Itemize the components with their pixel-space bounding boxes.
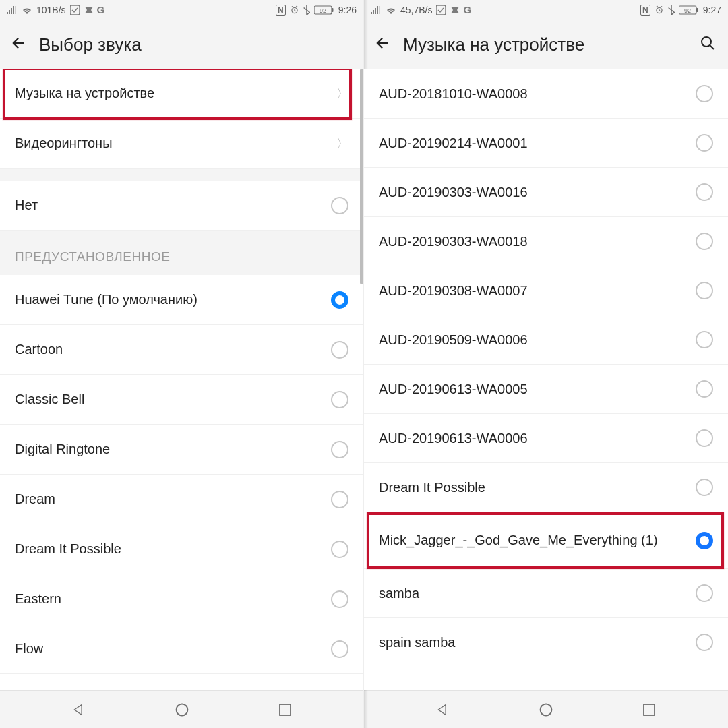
- app-icon-1: [436, 5, 446, 15]
- app-icon-2: [84, 5, 93, 15]
- track-row[interactable]: AUD-20190308-WA0007: [364, 266, 728, 315]
- track-row[interactable]: AUD-20181010-WA0008: [364, 69, 728, 119]
- scrollbar-thumb[interactable]: [360, 69, 363, 284]
- row-label: AUD-20190303-WA0016: [379, 184, 696, 201]
- system-nav-bar: [0, 690, 363, 728]
- row-label: Mick_Jagger_-_God_Gave_Me_Everything (1): [379, 532, 696, 549]
- radio-indicator[interactable]: [331, 291, 348, 309]
- page-title: Музыка на устройстве: [403, 34, 685, 55]
- preset-section-header: ПРЕДУСТАНОВЛЕННОЕ: [0, 231, 363, 275]
- bluetooth-icon: [668, 5, 675, 15]
- row-label: Dream It Possible: [379, 479, 696, 496]
- radio-indicator[interactable]: [331, 341, 348, 359]
- bluetooth-icon: [303, 5, 310, 15]
- radio-indicator[interactable]: [696, 233, 713, 250]
- signal-icon: [7, 6, 18, 14]
- svg-rect-0: [70, 5, 80, 15]
- track-row[interactable]: AUD-20190303-WA0018: [364, 217, 728, 266]
- back-button[interactable]: [373, 34, 391, 55]
- device-music-list: AUD-20181010-WA0008AUD-20190214-WA0001AU…: [364, 69, 728, 690]
- svg-rect-3: [332, 8, 334, 12]
- radio-indicator[interactable]: [696, 331, 713, 348]
- music-on-device-row[interactable]: Музыка на устройстве〉: [0, 69, 363, 119]
- radio-indicator[interactable]: [696, 134, 713, 152]
- radio-indicator[interactable]: [696, 532, 713, 549]
- track-row[interactable]: samba: [364, 569, 728, 618]
- preset-row[interactable]: Dream It Possible: [0, 524, 363, 574]
- radio-indicator[interactable]: [331, 391, 348, 408]
- radio-indicator[interactable]: [331, 197, 348, 214]
- radio-indicator[interactable]: [331, 590, 348, 608]
- title-bar: Выбор звука: [0, 20, 363, 69]
- row-label: Музыка на устройстве: [15, 85, 336, 102]
- radio-indicator[interactable]: [331, 441, 348, 458]
- nav-recent-button[interactable]: [274, 699, 296, 721]
- back-button[interactable]: [9, 34, 27, 55]
- nav-home-button[interactable]: [171, 699, 193, 721]
- radio-indicator[interactable]: [696, 183, 713, 201]
- track-row[interactable]: AUD-20190613-WA0006: [364, 414, 728, 463]
- radio-indicator[interactable]: [331, 640, 348, 658]
- row-label: AUD-20190214-WA0001: [379, 135, 696, 152]
- row-label: samba: [379, 585, 696, 602]
- preset-row[interactable]: Cartoon: [0, 325, 363, 375]
- track-row[interactable]: AUD-20190613-WA0005: [364, 365, 728, 414]
- row-label: Нет: [15, 197, 331, 214]
- track-row[interactable]: AUD-20190214-WA0001: [364, 119, 728, 168]
- alarm-icon: [290, 5, 299, 15]
- radio-indicator[interactable]: [696, 85, 713, 102]
- radio-indicator[interactable]: [696, 634, 713, 651]
- page-title: Выбор звука: [39, 34, 354, 55]
- nav-back-button[interactable]: [432, 699, 454, 721]
- svg-point-12: [702, 37, 711, 47]
- status-bar: 45,7B/s G N 92 9:27: [364, 0, 728, 20]
- track-row[interactable]: AUD-20190509-WA0006: [364, 315, 728, 365]
- app-icon-2: [450, 5, 459, 15]
- row-label: Flow: [15, 640, 331, 657]
- radio-indicator[interactable]: [696, 584, 713, 602]
- row-label: Cartoon: [15, 341, 331, 358]
- none-row[interactable]: Нет: [0, 181, 363, 231]
- track-row[interactable]: Dream It Possible: [364, 463, 728, 512]
- system-nav-bar: [364, 690, 728, 728]
- radio-indicator[interactable]: [696, 282, 713, 299]
- status-bar: 101B/s G N 92 9:26: [0, 0, 363, 20]
- radio-indicator[interactable]: [696, 429, 713, 447]
- radio-indicator[interactable]: [331, 491, 348, 508]
- row-label: AUD-20190303-WA0018: [379, 233, 696, 250]
- row-label: AUD-20190613-WA0006: [379, 430, 696, 447]
- row-label: Dream: [15, 491, 331, 508]
- row-label: AUD-20190308-WA0007: [379, 282, 696, 299]
- radio-indicator[interactable]: [331, 541, 348, 558]
- video-ringtones-row[interactable]: Видеорингтоны〉: [0, 119, 363, 169]
- track-row[interactable]: spain samba: [364, 618, 728, 667]
- clock: 9:27: [703, 5, 721, 16]
- track-row[interactable]: AUD-20190303-WA0016: [364, 168, 728, 217]
- nfc-icon: N: [640, 5, 650, 16]
- nfc-icon: N: [276, 5, 286, 16]
- preset-row[interactable]: Dream: [0, 475, 363, 524]
- preset-row[interactable]: Huawei Tune (По умолчанию): [0, 275, 363, 325]
- radio-indicator[interactable]: [696, 479, 713, 496]
- search-button[interactable]: [697, 32, 719, 57]
- nav-back-button[interactable]: [68, 699, 90, 721]
- track-row[interactable]: Mick_Jagger_-_God_Gave_Me_Everything (1): [364, 512, 728, 569]
- preset-row[interactable]: Digital Ringtone: [0, 425, 363, 475]
- net-speed: 101B/s: [36, 5, 66, 16]
- title-bar: Музыка на устройстве: [364, 20, 728, 69]
- row-label: AUD-20190613-WA0005: [379, 381, 696, 398]
- row-label: Видеорингтоны: [15, 135, 336, 152]
- preset-row[interactable]: Eastern: [0, 574, 363, 624]
- nav-home-button[interactable]: [535, 699, 557, 721]
- preset-row[interactable]: Classic Bell: [0, 375, 363, 425]
- row-label: Huawei Tune (По умолчанию): [15, 291, 331, 308]
- phone-device-music: 45,7B/s G N 92 9:27 Музыка на устройстве…: [364, 0, 728, 728]
- radio-indicator[interactable]: [696, 380, 713, 398]
- nav-recent-button[interactable]: [638, 699, 660, 721]
- svg-text:92: 92: [684, 7, 691, 14]
- row-label: Digital Ringtone: [15, 441, 331, 458]
- svg-text:92: 92: [320, 7, 326, 14]
- preset-row[interactable]: Flow: [0, 624, 363, 674]
- svg-rect-10: [696, 8, 698, 12]
- signal-icon: [371, 6, 382, 14]
